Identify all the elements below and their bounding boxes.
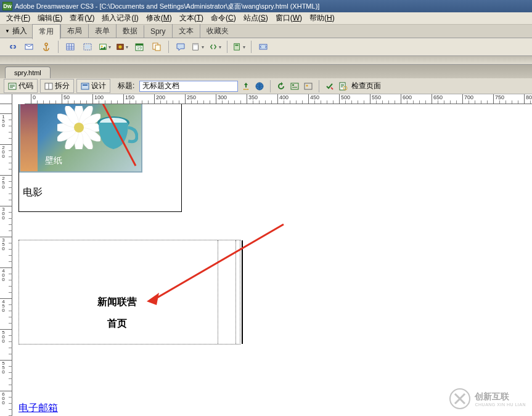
sunset-strip bbox=[20, 104, 38, 171]
svg-point-13 bbox=[118, 45, 121, 48]
menu-item-m[interactable]: 修改(M) bbox=[142, 13, 176, 23]
div-icon[interactable] bbox=[81, 40, 94, 54]
hyperlink-icon[interactable] bbox=[5, 40, 18, 54]
menu-item-c[interactable]: 命令(C) bbox=[207, 13, 240, 23]
panel-bottom[interactable]: 新闻联营 首页 bbox=[18, 240, 240, 345]
insert-tab-5[interactable]: 文本 bbox=[172, 24, 200, 38]
menu-item-v[interactable]: 查看(V) bbox=[66, 13, 98, 23]
menu-item-f[interactable]: 文件(F) bbox=[2, 13, 34, 23]
cup-graphic bbox=[95, 115, 138, 155]
upload-icon[interactable] bbox=[240, 81, 252, 92]
toolbar-separator bbox=[319, 80, 319, 92]
template-icon[interactable] bbox=[232, 40, 246, 54]
svg-rect-32 bbox=[292, 87, 297, 88]
vertical-ruler: 150200250300350400450500550600650 bbox=[0, 104, 12, 416]
insert-panel: 插入 常用布局表单数据Spry文本收藏夹 19 bbox=[0, 25, 532, 56]
image-label: 壁纸 bbox=[45, 155, 62, 166]
design-canvas[interactable]: 壁纸 电影 新闻联营 首页 电子邮箱 bbox=[12, 104, 532, 416]
panel-text-heading[interactable]: 新闻联营 bbox=[97, 296, 137, 309]
server-include-icon[interactable] bbox=[150, 40, 163, 54]
document-tab[interactable]: spry.html bbox=[5, 67, 51, 78]
media-icon[interactable] bbox=[115, 40, 129, 54]
svg-point-34 bbox=[306, 84, 308, 86]
insert-tabs-row: 插入 常用布局表单数据Spry文本收藏夹 bbox=[0, 25, 532, 38]
design-view-label: 设计 bbox=[91, 81, 106, 91]
email-link-icon[interactable] bbox=[22, 40, 36, 54]
svg-rect-22 bbox=[235, 45, 239, 46]
design-icon bbox=[81, 82, 89, 91]
svg-point-49 bbox=[74, 123, 84, 133]
menu-bar: 文件(F)编辑(E)查看(V)插入记录(I)修改(M)文本(T)命令(C)站点(… bbox=[0, 12, 532, 25]
panel-top-text[interactable]: 电影 bbox=[23, 186, 43, 199]
menu-item-i[interactable]: 插入记录(I) bbox=[98, 13, 142, 23]
title-input[interactable] bbox=[139, 81, 238, 92]
menu-item-s[interactable]: 站点(S) bbox=[240, 13, 272, 23]
check-page-label[interactable]: 检查页面 bbox=[351, 81, 381, 91]
insert-toggle[interactable]: 插入 bbox=[0, 25, 32, 38]
menu-item-h[interactable]: 帮助(H) bbox=[306, 13, 338, 23]
check-page-icon[interactable] bbox=[338, 81, 349, 92]
spacer-area bbox=[0, 56, 532, 65]
menu-item-t[interactable]: 文本(T) bbox=[176, 13, 207, 23]
date-icon[interactable]: 19 bbox=[133, 40, 146, 54]
code-view-label: 代码 bbox=[18, 81, 33, 91]
svg-rect-3 bbox=[67, 44, 74, 50]
ruler-corner bbox=[0, 94, 12, 104]
insert-icons-row: 19 bbox=[0, 38, 532, 55]
tag-chooser-icon[interactable] bbox=[256, 40, 270, 54]
svg-text:19: 19 bbox=[137, 46, 142, 50]
app-logo: Dw bbox=[2, 2, 12, 10]
svg-point-11 bbox=[101, 46, 103, 47]
svg-rect-23 bbox=[260, 44, 267, 49]
split-view-label: 拆分 bbox=[55, 81, 70, 91]
icon-separator bbox=[58, 41, 59, 53]
script-icon[interactable] bbox=[208, 40, 222, 54]
panel-top[interactable]: 壁纸 电影 bbox=[18, 104, 182, 212]
anchor-icon[interactable] bbox=[39, 40, 53, 54]
view-options-icon[interactable] bbox=[289, 81, 300, 92]
svg-rect-27 bbox=[81, 83, 89, 89]
svg-rect-9 bbox=[85, 45, 90, 49]
validate-icon[interactable] bbox=[324, 81, 335, 92]
horizontal-ruler: 0501001502002503003504004505005506006507… bbox=[25, 94, 532, 104]
svg-rect-33 bbox=[305, 83, 312, 89]
svg-rect-30 bbox=[291, 83, 298, 89]
svg-rect-18 bbox=[155, 45, 160, 51]
globe-icon[interactable] bbox=[254, 81, 265, 92]
head-icon[interactable] bbox=[191, 40, 205, 54]
view-toolbar: 代码 拆分 设计 标题: 检查页面 bbox=[0, 78, 532, 94]
svg-rect-21 bbox=[234, 44, 240, 51]
panel-text-link[interactable]: 首页 bbox=[107, 317, 127, 330]
split-icon bbox=[44, 82, 53, 91]
document-tabs: spry.html bbox=[0, 65, 532, 78]
insert-tab-1[interactable]: 布局 bbox=[60, 24, 88, 38]
insert-tab-0[interactable]: 常用 bbox=[32, 24, 60, 39]
panel-edge bbox=[242, 240, 243, 344]
comment-icon[interactable] bbox=[174, 40, 187, 54]
svg-rect-31 bbox=[292, 84, 294, 86]
split-view-button[interactable]: 拆分 bbox=[40, 79, 74, 93]
visual-aids-icon[interactable] bbox=[303, 81, 314, 92]
menu-item-w[interactable]: 窗口(W) bbox=[272, 13, 306, 23]
icon-separator bbox=[168, 41, 169, 53]
flower-graphic bbox=[57, 106, 100, 149]
insert-tab-6[interactable]: 收藏夹 bbox=[200, 24, 235, 38]
icon-separator bbox=[251, 41, 252, 53]
image-thumbnail[interactable]: 壁纸 bbox=[19, 104, 142, 173]
refresh-icon[interactable] bbox=[276, 81, 287, 92]
title-text: Adobe Dreamweaver CS3 - [C:\Documents an… bbox=[15, 2, 319, 11]
panel-divider bbox=[235, 240, 236, 344]
insert-tab-4[interactable]: Spry bbox=[144, 25, 172, 38]
email-link[interactable]: 电子邮箱 bbox=[18, 402, 58, 415]
insert-tab-2[interactable]: 表单 bbox=[88, 24, 116, 38]
watermark-logo-icon bbox=[449, 388, 471, 410]
watermark-subtext: CHUANG XIN HU LIAN bbox=[475, 402, 526, 407]
insert-tab-3[interactable]: 数据 bbox=[116, 24, 144, 38]
menu-item-e[interactable]: 编辑(E) bbox=[34, 13, 66, 23]
image-icon[interactable] bbox=[98, 40, 112, 54]
title-label: 标题: bbox=[118, 81, 134, 91]
canvas-row: 150200250300350400450500550600650 bbox=[0, 104, 532, 416]
code-view-button[interactable]: 代码 bbox=[4, 79, 38, 93]
table-icon[interactable] bbox=[63, 40, 77, 54]
design-view-button[interactable]: 设计 bbox=[76, 79, 110, 93]
